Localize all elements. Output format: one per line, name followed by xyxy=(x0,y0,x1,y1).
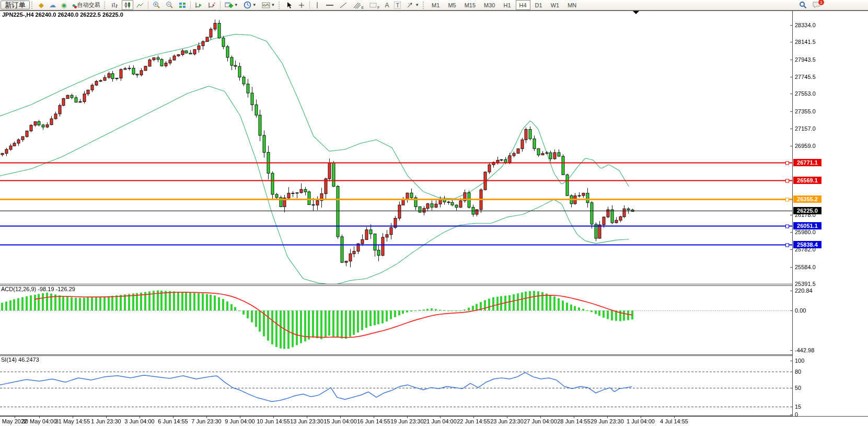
timeframe-mn-button[interactable]: MN xyxy=(564,0,580,10)
grid-tool-button[interactable]: F xyxy=(367,0,381,10)
time-axis-label: 30 May 04:00 xyxy=(22,418,57,424)
time-axis-label: 31 May 14:55 xyxy=(55,418,90,424)
grid-subscript: F xyxy=(377,6,379,9)
time-axis-label: 3 Jun 04:00 xyxy=(124,418,155,424)
time-axis-label: 22 Jun 14:55 xyxy=(457,418,490,424)
tile-windows-icon xyxy=(179,2,186,9)
price-tick-label: 25980.0 xyxy=(795,229,816,235)
fibonacci-icon xyxy=(353,2,361,9)
time-axis-label: 7 Jun 23:30 xyxy=(191,418,222,424)
chevron-down-icon: ▼ xyxy=(415,3,419,7)
vertical-line-button[interactable] xyxy=(312,0,322,10)
price-line-tag[interactable]: 26355.2 xyxy=(793,195,821,203)
community-button[interactable]: ☁ xyxy=(47,0,58,10)
fibonacci-subscript: E xyxy=(361,6,364,9)
crosshair-button[interactable] xyxy=(296,0,307,10)
autotrading-button[interactable]: ● 自动交易 xyxy=(70,0,102,10)
chart-shift-button[interactable] xyxy=(206,0,218,10)
text-tool-button[interactable]: A xyxy=(383,0,391,10)
new-order-button[interactable]: 新订单 xyxy=(1,1,30,9)
bar-chart-button[interactable] xyxy=(109,0,121,10)
current-price-tag: 26225.0 xyxy=(793,207,821,214)
price-tick-label: 26959.0 xyxy=(795,143,816,149)
fibonacci-button[interactable]: E xyxy=(351,0,366,10)
timeframe-w1-button[interactable]: W1 xyxy=(547,0,563,10)
horizontal-line-button[interactable] xyxy=(323,0,336,10)
price-tick-label: 27355.0 xyxy=(795,108,816,114)
timeframe-d1-button[interactable]: D1 xyxy=(531,0,546,10)
time-axis-label: 16 Jun 14:55 xyxy=(357,418,390,424)
candlestick-chart-button[interactable] xyxy=(122,0,133,10)
search-button[interactable] xyxy=(797,0,809,10)
chart-shift-icon xyxy=(208,2,216,9)
chart-info-line: JPN225-,H4 26240.0 26240.0 26222.5 26225… xyxy=(2,11,123,18)
price-line-tag[interactable]: 26569.1 xyxy=(793,177,821,184)
text-label-icon: T xyxy=(394,2,401,9)
price-tick-label: 25584.0 xyxy=(795,264,816,270)
time-axis-label: 15 Jun 04:00 xyxy=(323,418,357,424)
price-tick-label: 28141.5 xyxy=(795,39,816,45)
bar-chart-icon xyxy=(111,2,119,9)
timeframe-m5-button[interactable]: M5 xyxy=(444,0,459,10)
crosshair-icon xyxy=(298,2,305,9)
price-line-tag[interactable]: 26771.1 xyxy=(793,159,821,166)
time-axis-label: 6 Jun 14:55 xyxy=(158,418,188,424)
toolbar-grip[interactable] xyxy=(423,2,426,9)
chart-canvas[interactable] xyxy=(0,0,868,426)
text-label-tool-button[interactable]: T xyxy=(392,0,403,10)
timeframe-h1-button[interactable]: H1 xyxy=(500,0,514,10)
clock-icon xyxy=(244,1,251,9)
signal-icon: ◉ xyxy=(61,2,66,8)
rsi-tick-label: 0 xyxy=(795,411,798,418)
toolbar-separator xyxy=(309,1,310,9)
time-axis-label: 27 Jun 04:00 xyxy=(524,418,557,424)
time-axis-label: 23 Jun 23:30 xyxy=(490,418,524,424)
text-tool-icon: A xyxy=(385,2,389,9)
indicators-button[interactable]: ▼ xyxy=(260,0,277,10)
timeframe-h4-button[interactable]: H4 xyxy=(516,0,530,10)
new-chart-button[interactable]: ▼ xyxy=(223,0,240,10)
auto-scroll-button[interactable] xyxy=(193,0,205,10)
toolbar-separator xyxy=(190,1,191,9)
line-chart-button[interactable] xyxy=(134,0,146,10)
cursor-icon xyxy=(286,2,293,9)
main-toolbar: 新订单 ◆ ☁ ◉ ● 自动交易 xyxy=(0,0,868,10)
tile-windows-button[interactable] xyxy=(177,0,188,10)
stop-dot-icon xyxy=(74,6,77,8)
toolbar-grip[interactable] xyxy=(31,2,35,9)
macd-tick-label: 0.00 xyxy=(795,307,806,314)
price-line-tag[interactable]: 26051.1 xyxy=(793,222,821,229)
trendline-button[interactable] xyxy=(337,0,350,10)
time-axis-label: 21 Jun 04:00 xyxy=(423,418,457,424)
periods-button[interactable]: ▼ xyxy=(241,0,259,10)
time-axis-label: 10 Jun 14:55 xyxy=(257,418,290,424)
globe-icon: ● xyxy=(72,2,75,8)
market-watch-button[interactable]: ◆ xyxy=(37,0,46,10)
zoom-out-button[interactable] xyxy=(164,0,176,10)
chevron-down-icon: ▼ xyxy=(271,3,275,7)
toolbar-grip[interactable] xyxy=(104,2,108,9)
macd-label: ACD(12,26,9) -98.19 -126.29 xyxy=(1,286,75,292)
signals-button[interactable]: ◉ xyxy=(59,0,68,10)
zoom-in-icon xyxy=(153,1,160,9)
time-axis-label: 28 Jun 14:55 xyxy=(557,418,591,424)
cursor-button[interactable] xyxy=(284,0,295,10)
toolbar-grip[interactable] xyxy=(279,2,282,9)
rsi-tick-label: 100 xyxy=(795,358,804,364)
notification-badge: 1 xyxy=(818,0,825,6)
time-axis-label: 4 Jul 14:55 xyxy=(660,418,688,424)
chevron-down-icon: ▼ xyxy=(234,3,238,7)
vertical-line-icon xyxy=(314,2,320,9)
time-axis-label: 9 Jun 04:00 xyxy=(225,418,255,424)
price-line-tag[interactable]: 25838.4 xyxy=(793,241,821,248)
timeframe-m1-button[interactable]: M1 xyxy=(428,0,443,10)
shapes-button[interactable]: ▼ xyxy=(404,0,421,10)
candlestick-icon xyxy=(124,2,131,9)
zoom-in-button[interactable] xyxy=(151,0,163,10)
chat-button[interactable]: 1 xyxy=(810,0,823,10)
rsi-tick-label: 15 xyxy=(795,404,801,410)
time-axis-label: 1 Jul 04:00 xyxy=(627,418,655,424)
timeframe-m15-button[interactable]: M15 xyxy=(461,0,479,10)
timeframe-m30-button[interactable]: M30 xyxy=(480,0,499,10)
horizontal-line-icon xyxy=(326,2,334,9)
